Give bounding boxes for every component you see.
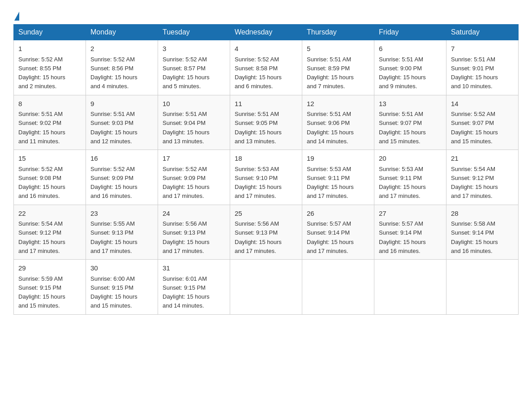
calendar-cell: 5 Sunrise: 5:51 AMSunset: 8:59 PMDayligh…	[302, 40, 374, 95]
calendar-cell: 25 Sunrise: 5:56 AMSunset: 9:13 PMDaylig…	[230, 205, 302, 260]
day-info: Sunrise: 5:51 AMSunset: 9:07 PMDaylight:…	[379, 111, 426, 145]
calendar-cell: 15 Sunrise: 5:52 AMSunset: 9:08 PMDaylig…	[14, 150, 86, 205]
day-number: 29	[18, 263, 81, 274]
calendar-cell: 31 Sunrise: 6:01 AMSunset: 9:15 PMDaylig…	[158, 260, 230, 315]
calendar-week-3: 15 Sunrise: 5:52 AMSunset: 9:08 PMDaylig…	[14, 150, 519, 205]
day-info: Sunrise: 5:58 AMSunset: 9:14 PMDaylight:…	[451, 220, 498, 254]
calendar-header: SundayMondayTuesdayWednesdayThursdayFrid…	[14, 25, 519, 40]
calendar-cell: 10 Sunrise: 5:51 AMSunset: 9:04 PMDaylig…	[158, 95, 230, 150]
day-number: 20	[379, 154, 442, 164]
day-number: 15	[18, 154, 81, 164]
day-info: Sunrise: 5:51 AMSunset: 9:04 PMDaylight:…	[163, 111, 210, 145]
day-info: Sunrise: 5:52 AMSunset: 9:07 PMDaylight:…	[451, 111, 498, 145]
calendar-cell: 26 Sunrise: 5:57 AMSunset: 9:14 PMDaylig…	[302, 205, 374, 260]
day-header-saturday: Saturday	[446, 25, 519, 40]
day-number: 8	[18, 99, 81, 109]
calendar-cell: 23 Sunrise: 5:55 AMSunset: 9:13 PMDaylig…	[86, 205, 158, 260]
calendar-cell	[230, 260, 302, 315]
day-number: 17	[163, 154, 225, 164]
day-number: 23	[90, 209, 153, 219]
day-number: 14	[451, 99, 514, 109]
day-number: 1	[18, 44, 81, 54]
day-info: Sunrise: 5:52 AMSunset: 9:08 PMDaylight:…	[18, 166, 65, 200]
day-header-monday: Monday	[86, 25, 158, 40]
calendar-cell	[302, 260, 374, 315]
day-number: 3	[163, 44, 225, 54]
calendar-cell: 19 Sunrise: 5:53 AMSunset: 9:11 PMDaylig…	[302, 150, 374, 205]
day-number: 30	[90, 263, 153, 274]
day-info: Sunrise: 6:00 AMSunset: 9:15 PMDaylight:…	[90, 275, 137, 309]
calendar-cell: 3 Sunrise: 5:52 AMSunset: 8:57 PMDayligh…	[158, 40, 230, 95]
calendar-week-4: 22 Sunrise: 5:54 AMSunset: 9:12 PMDaylig…	[14, 205, 519, 260]
day-info: Sunrise: 5:53 AMSunset: 9:11 PMDaylight:…	[307, 166, 354, 200]
calendar-body: 1 Sunrise: 5:52 AMSunset: 8:55 PMDayligh…	[14, 40, 519, 315]
calendar-cell	[446, 260, 519, 315]
day-number: 24	[163, 209, 225, 219]
calendar-cell: 29 Sunrise: 5:59 AMSunset: 9:15 PMDaylig…	[14, 260, 86, 315]
logo-triangle-icon	[14, 12, 19, 21]
calendar-cell: 28 Sunrise: 5:58 AMSunset: 9:14 PMDaylig…	[446, 205, 519, 260]
day-header-wednesday: Wednesday	[230, 25, 302, 40]
day-number: 22	[18, 209, 81, 219]
day-number: 28	[451, 209, 514, 219]
day-header-sunday: Sunday	[14, 25, 86, 40]
day-number: 4	[235, 44, 297, 54]
day-info: Sunrise: 6:01 AMSunset: 9:15 PMDaylight:…	[163, 275, 210, 309]
day-number: 16	[90, 154, 153, 164]
day-number: 13	[379, 99, 442, 109]
calendar-cell: 8 Sunrise: 5:51 AMSunset: 9:02 PMDayligh…	[14, 95, 86, 150]
day-header-friday: Friday	[374, 25, 446, 40]
day-info: Sunrise: 5:56 AMSunset: 9:13 PMDaylight:…	[235, 220, 282, 254]
day-info: Sunrise: 5:55 AMSunset: 9:13 PMDaylight:…	[90, 220, 137, 254]
calendar-cell: 24 Sunrise: 5:56 AMSunset: 9:13 PMDaylig…	[158, 205, 230, 260]
day-number: 11	[235, 99, 297, 109]
day-info: Sunrise: 5:51 AMSunset: 9:05 PMDaylight:…	[235, 111, 282, 145]
calendar-cell: 7 Sunrise: 5:51 AMSunset: 9:01 PMDayligh…	[446, 40, 519, 95]
day-header-thursday: Thursday	[302, 25, 374, 40]
day-number: 7	[451, 44, 514, 54]
calendar-week-5: 29 Sunrise: 5:59 AMSunset: 9:15 PMDaylig…	[14, 260, 519, 315]
day-number: 5	[307, 44, 369, 54]
calendar-week-1: 1 Sunrise: 5:52 AMSunset: 8:55 PMDayligh…	[14, 40, 519, 95]
day-info: Sunrise: 5:51 AMSunset: 9:02 PMDaylight:…	[18, 111, 65, 145]
calendar-cell: 9 Sunrise: 5:51 AMSunset: 9:03 PMDayligh…	[86, 95, 158, 150]
day-info: Sunrise: 5:59 AMSunset: 9:15 PMDaylight:…	[18, 275, 65, 309]
day-info: Sunrise: 5:52 AMSunset: 9:09 PMDaylight:…	[90, 166, 137, 200]
day-number: 26	[307, 209, 369, 219]
calendar-cell: 6 Sunrise: 5:51 AMSunset: 9:00 PMDayligh…	[374, 40, 446, 95]
calendar-cell	[374, 260, 446, 315]
calendar-cell: 18 Sunrise: 5:53 AMSunset: 9:10 PMDaylig…	[230, 150, 302, 205]
calendar-cell: 14 Sunrise: 5:52 AMSunset: 9:07 PMDaylig…	[446, 95, 519, 150]
day-number: 25	[235, 209, 297, 219]
day-number: 18	[235, 154, 297, 164]
day-info: Sunrise: 5:57 AMSunset: 9:14 PMDaylight:…	[379, 220, 426, 254]
day-info: Sunrise: 5:53 AMSunset: 9:10 PMDaylight:…	[235, 166, 282, 200]
calendar-cell: 22 Sunrise: 5:54 AMSunset: 9:12 PMDaylig…	[14, 205, 86, 260]
day-number: 27	[379, 209, 442, 219]
calendar-cell: 16 Sunrise: 5:52 AMSunset: 9:09 PMDaylig…	[86, 150, 158, 205]
day-number: 12	[307, 99, 369, 109]
day-info: Sunrise: 5:51 AMSunset: 9:01 PMDaylight:…	[451, 56, 498, 90]
day-info: Sunrise: 5:56 AMSunset: 9:13 PMDaylight:…	[163, 220, 210, 254]
day-header-tuesday: Tuesday	[158, 25, 230, 40]
calendar-cell: 30 Sunrise: 6:00 AMSunset: 9:15 PMDaylig…	[86, 260, 158, 315]
day-number: 21	[451, 154, 514, 164]
day-info: Sunrise: 5:51 AMSunset: 9:03 PMDaylight:…	[90, 111, 137, 145]
calendar-cell: 21 Sunrise: 5:54 AMSunset: 9:12 PMDaylig…	[446, 150, 519, 205]
day-info: Sunrise: 5:57 AMSunset: 9:14 PMDaylight:…	[307, 220, 354, 254]
calendar-cell: 1 Sunrise: 5:52 AMSunset: 8:55 PMDayligh…	[14, 40, 86, 95]
days-of-week-row: SundayMondayTuesdayWednesdayThursdayFrid…	[14, 25, 519, 40]
calendar-cell: 17 Sunrise: 5:52 AMSunset: 9:09 PMDaylig…	[158, 150, 230, 205]
day-info: Sunrise: 5:52 AMSunset: 9:09 PMDaylight:…	[163, 166, 210, 200]
day-info: Sunrise: 5:52 AMSunset: 8:58 PMDaylight:…	[235, 56, 282, 90]
calendar-cell: 12 Sunrise: 5:51 AMSunset: 9:06 PMDaylig…	[302, 95, 374, 150]
day-number: 10	[163, 99, 225, 109]
day-info: Sunrise: 5:52 AMSunset: 8:57 PMDaylight:…	[163, 56, 210, 90]
logo	[13, 11, 20, 20]
day-info: Sunrise: 5:51 AMSunset: 9:00 PMDaylight:…	[379, 56, 426, 90]
calendar-cell: 2 Sunrise: 5:52 AMSunset: 8:56 PMDayligh…	[86, 40, 158, 95]
calendar-cell: 27 Sunrise: 5:57 AMSunset: 9:14 PMDaylig…	[374, 205, 446, 260]
calendar-cell: 11 Sunrise: 5:51 AMSunset: 9:05 PMDaylig…	[230, 95, 302, 150]
day-info: Sunrise: 5:54 AMSunset: 9:12 PMDaylight:…	[18, 220, 65, 254]
calendar-week-2: 8 Sunrise: 5:51 AMSunset: 9:02 PMDayligh…	[14, 95, 519, 150]
